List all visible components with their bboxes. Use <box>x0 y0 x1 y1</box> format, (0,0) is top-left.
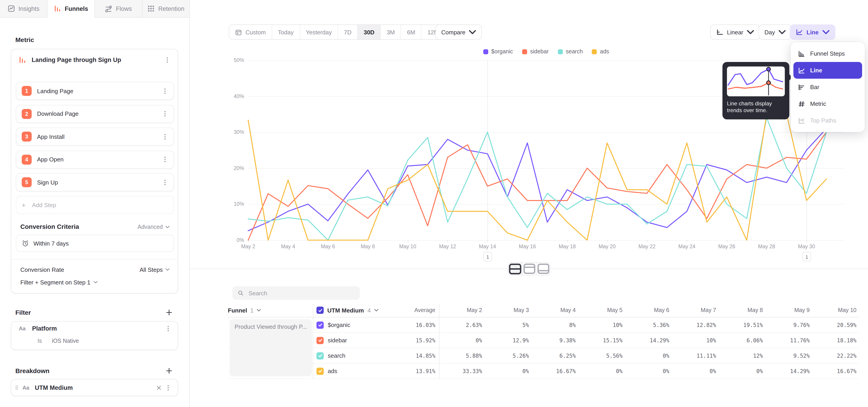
menu-item-line[interactable]: Line <box>794 62 862 79</box>
table-row-ads[interactable]: ads13.91%33.33%0%16.67%0%0%0%0%14.29%16.… <box>228 364 858 379</box>
row-checkbox[interactable] <box>316 368 324 375</box>
kebab-icon[interactable] <box>162 111 168 117</box>
legend-item-search[interactable]: search <box>558 49 583 55</box>
column-header-may-4[interactable]: May 4 <box>531 307 578 313</box>
range-today[interactable]: Today <box>272 25 300 39</box>
table-row-sidebar[interactable]: sidebar15.92%0%12.9%9.38%15.15%14.29%10%… <box>228 333 858 348</box>
select-all-checkbox[interactable] <box>316 307 324 314</box>
y-axis-label: 50% <box>218 57 244 63</box>
kebab-icon[interactable] <box>162 88 168 94</box>
range-custom[interactable]: Custom <box>229 25 272 39</box>
funnel-step-4[interactable]: 4App Open <box>16 150 174 168</box>
range-6m[interactable]: 6M <box>401 25 421 39</box>
tab-label: Funnels <box>65 5 88 12</box>
chart-type-tooltip: Line charts display trends over time. <box>722 62 789 119</box>
column-header-may-6[interactable]: May 6 <box>624 307 671 313</box>
step-label: Sign Up <box>37 179 156 186</box>
legend-item-sidebar[interactable]: sidebar <box>522 49 549 55</box>
legend-item-ads[interactable]: ads <box>592 49 609 55</box>
filter-segment-dropdown[interactable]: Filter + Segment on Step 1 <box>20 279 98 286</box>
filter-value[interactable]: iOS Native <box>52 338 79 344</box>
breakdown-card[interactable]: Aa UTM Medium <box>11 379 178 396</box>
kebab-icon[interactable] <box>162 156 168 163</box>
cell-may-7: 10% <box>671 337 718 343</box>
table-search[interactable] <box>232 286 360 300</box>
cell-may-6: 14.29% <box>624 337 671 343</box>
kebab-icon[interactable] <box>162 179 168 186</box>
advanced-dropdown[interactable]: Advanced <box>138 224 169 230</box>
top-paths-icon <box>798 117 805 124</box>
tab-insights[interactable]: Insights <box>0 0 48 18</box>
breakdown-column-header[interactable]: UTM Medium 4 <box>316 307 384 314</box>
cell-may-2: 2.63% <box>437 322 484 328</box>
range-7d[interactable]: 7D <box>338 25 358 39</box>
add-breakdown-button[interactable] <box>165 367 173 374</box>
column-header-may-8[interactable]: May 8 <box>718 307 765 313</box>
kebab-icon[interactable] <box>164 56 170 63</box>
range-label: 7D <box>344 29 351 35</box>
table-row-organic[interactable]: $organic16.03%2.63%5%8%10%5.36%12.82%19.… <box>228 317 858 333</box>
tab-retention[interactable]: Retention <box>143 0 190 18</box>
kebab-icon[interactable] <box>165 384 171 391</box>
cell-may-5: 15.15% <box>578 337 624 343</box>
compare-button[interactable]: Compare <box>435 24 482 40</box>
x-axis-tick <box>328 240 329 242</box>
column-header-average[interactable]: Average <box>384 307 437 313</box>
range-3m[interactable]: 3M <box>380 25 401 39</box>
x-axis-label: May 28 <box>751 244 782 249</box>
tab-label: Flows <box>116 5 132 12</box>
legend-item-organic[interactable]: $organic <box>483 49 513 55</box>
scale-dropdown[interactable]: Linear <box>710 24 760 40</box>
menu-item-metric[interactable]: Metric <box>794 95 862 112</box>
chevron-down-icon <box>257 309 261 312</box>
layout-chart-button[interactable] <box>522 263 536 275</box>
row-checkbox[interactable] <box>316 321 324 328</box>
chart-type-dropdown[interactable]: Line <box>790 24 835 40</box>
x-axis-tick <box>647 240 647 242</box>
tab-flows[interactable]: Flows <box>95 0 143 18</box>
funnel-step-2[interactable]: 2Download Page <box>16 105 174 123</box>
column-header-may-2[interactable]: May 2 <box>437 307 484 313</box>
funnel-column-header[interactable]: Funnel 1 <box>228 307 316 314</box>
range-yesterday[interactable]: Yesterday <box>300 25 338 39</box>
column-divider <box>313 304 313 379</box>
column-header-may-5[interactable]: May 5 <box>578 307 624 313</box>
annotation-marker[interactable]: 1 <box>484 252 492 261</box>
filter-operator[interactable]: Is <box>37 338 42 344</box>
row-checkbox[interactable] <box>316 352 324 359</box>
line-chart-icon <box>796 29 803 36</box>
column-header-may-9[interactable]: May 9 <box>765 307 811 313</box>
add-filter-button[interactable] <box>165 309 173 316</box>
funnel-step-3[interactable]: 3App Install <box>16 128 174 146</box>
row-checkbox[interactable] <box>316 337 324 344</box>
layout-table-button[interactable] <box>536 263 550 275</box>
funnel-step-5[interactable]: 5Sign Up <box>16 173 174 191</box>
tab-funnels[interactable]: Funnels <box>48 0 95 18</box>
column-header-may-10[interactable]: May 10 <box>811 307 858 313</box>
column-header-may-3[interactable]: May 3 <box>484 307 531 313</box>
step-label: App Install <box>37 133 156 140</box>
cell-may-7: 12.82% <box>671 322 718 328</box>
conversion-window-button[interactable]: Within 7 days <box>16 235 174 252</box>
menu-item-funnel-steps[interactable]: Funnel Steps <box>794 45 862 62</box>
annotation-marker[interactable]: 1 <box>802 252 811 261</box>
segment-name: sidebar <box>328 337 347 344</box>
kebab-icon[interactable] <box>165 325 171 332</box>
search-input[interactable] <box>248 289 354 297</box>
column-divider <box>439 304 439 379</box>
menu-item-bar[interactable]: Bar <box>794 79 862 95</box>
layout-split-button[interactable] <box>508 263 522 275</box>
column-header-may-7[interactable]: May 7 <box>671 307 718 313</box>
funnel-step-1[interactable]: 1Landing Page <box>16 82 174 100</box>
sidebar: Metric Landing Page through Sign Up 1Lan… <box>0 18 190 407</box>
granularity-dropdown[interactable]: Day <box>758 24 792 40</box>
filter-card[interactable]: Aa Platform Is iOS Native <box>11 321 178 350</box>
drag-handle-icon[interactable] <box>15 385 19 390</box>
add-step-button[interactable]: + Add Step <box>16 196 174 214</box>
table-row-search[interactable]: search14.85%5.88%5.26%6.25%5.56%0%11.11%… <box>228 348 858 364</box>
range-30d[interactable]: 30D <box>358 25 380 39</box>
close-icon[interactable] <box>156 385 161 390</box>
series-line-sidebar <box>248 132 827 240</box>
conversion-rate-scope-dropdown[interactable]: All Steps <box>140 266 169 273</box>
kebab-icon[interactable] <box>162 133 168 140</box>
